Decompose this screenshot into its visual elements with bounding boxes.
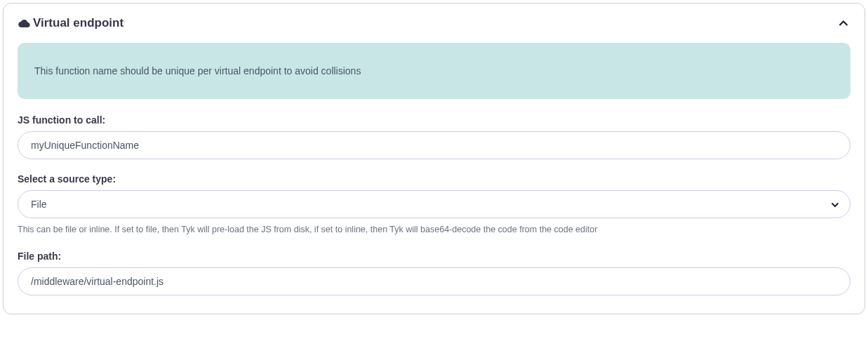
collapse-toggle[interactable]: [836, 16, 850, 30]
file-path-group: File path:: [18, 251, 850, 295]
chevron-up-icon: [839, 17, 848, 29]
panel-title-wrap: Virtual endpoint: [18, 16, 123, 30]
js-function-label: JS function to call:: [18, 114, 850, 126]
virtual-endpoint-panel: Virtual endpoint This function name shou…: [3, 3, 865, 314]
source-type-label: Select a source type:: [18, 173, 850, 185]
cloud-icon: [18, 17, 30, 29]
info-banner-text: This function name should be unique per …: [34, 65, 361, 76]
file-path-input[interactable]: [18, 267, 850, 295]
js-function-input[interactable]: [18, 131, 850, 159]
info-banner: This function name should be unique per …: [18, 43, 850, 99]
panel-header: Virtual endpoint: [18, 16, 850, 30]
source-type-group: Select a source type: File This can be f…: [18, 173, 850, 237]
source-type-select[interactable]: File: [18, 190, 850, 218]
file-path-label: File path:: [18, 251, 850, 262]
source-type-select-wrap: File: [18, 190, 850, 218]
js-function-group: JS function to call:: [18, 114, 850, 159]
source-type-help: This can be file or inline. If set to fi…: [18, 224, 850, 237]
panel-title: Virtual endpoint: [33, 16, 123, 30]
